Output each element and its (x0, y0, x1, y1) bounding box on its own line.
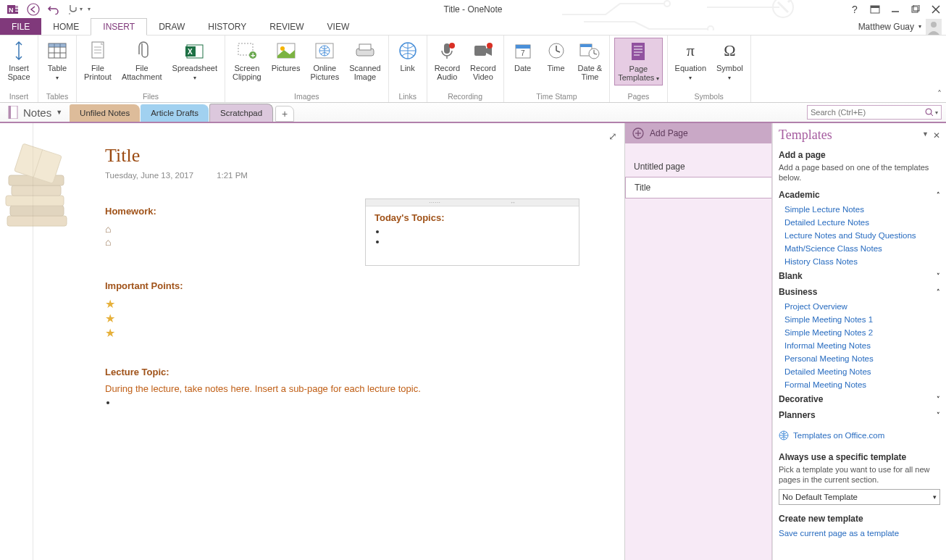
user-menu-chevron[interactable]: ▾ (918, 23, 921, 30)
file-attachment-button[interactable]: File Attachment (119, 38, 165, 83)
template-link[interactable]: Simple Meeting Notes 2 (784, 326, 940, 339)
svg-rect-10 (871, 6, 879, 8)
svg-text:7: 7 (521, 49, 525, 57)
template-link[interactable]: Lecture Notes and Study Questions (784, 229, 940, 242)
template-link[interactable]: Simple Lecture Notes (784, 203, 940, 216)
category-academic[interactable]: Academic ˄ (779, 187, 940, 203)
category-decorative[interactable]: Decorative ˅ (779, 391, 940, 407)
equation-button[interactable]: π Equation▾ (672, 38, 709, 84)
date-time-button[interactable]: Date & Time (575, 38, 606, 83)
category-blank[interactable]: Blank ˅ (779, 268, 940, 284)
page-item-title[interactable]: Title (625, 177, 771, 198)
svg-text:N: N (9, 7, 14, 14)
record-audio-button[interactable]: Record Audio (432, 38, 463, 83)
search-icon (925, 108, 934, 117)
expand-icon[interactable]: ⤢ (608, 130, 617, 142)
page-date: Tuesday, June 13, 2017 (105, 171, 193, 180)
minimize-button[interactable] (885, 1, 905, 17)
template-link[interactable]: Personal Meeting Notes (784, 352, 940, 365)
category-planners[interactable]: Planners ˅ (779, 407, 940, 423)
pane-close-icon[interactable]: ✕ (933, 130, 940, 141)
topics-bullets[interactable] (374, 226, 570, 246)
touch-mode-button[interactable]: ▾ (64, 1, 84, 17)
insert-space-button[interactable]: Insert Space (4, 38, 33, 83)
plus-circle-icon (632, 128, 644, 139)
avatar[interactable] (926, 19, 942, 35)
window-title: Title - OneNote (444, 4, 503, 14)
default-template-dropdown[interactable]: No Default Template ▾ (779, 489, 940, 505)
section-tab-scratchpad[interactable]: Scratchpad (209, 104, 273, 122)
symbol-button[interactable]: Ω Symbol▾ (713, 38, 746, 84)
pictures-button[interactable]: Pictures (269, 38, 304, 74)
svg-rect-39 (359, 44, 371, 50)
svg-point-64 (926, 109, 932, 114)
lecture-description: During the lecture, take notes here. Ins… (105, 383, 595, 394)
template-link[interactable]: Detailed Meeting Notes (784, 365, 940, 378)
time-button[interactable]: Time (542, 38, 571, 74)
svg-rect-44 (474, 46, 486, 56)
category-business[interactable]: Business ˄ (779, 284, 940, 300)
close-button[interactable] (926, 1, 946, 17)
chevron-down-icon: ▾ (933, 493, 937, 501)
scanned-image-button[interactable]: Scanned Image (346, 38, 383, 83)
collapse-ribbon-icon[interactable]: ˄ (937, 89, 942, 99)
table-button[interactable]: Table▾ (43, 38, 72, 84)
important-heading: Important Points: (105, 280, 595, 291)
template-link[interactable]: History Class Notes (784, 255, 940, 268)
add-page-button[interactable]: Add Page (625, 123, 771, 143)
tab-insert[interactable]: INSERT (91, 18, 147, 35)
save-as-template-link[interactable]: Save current page as a template (779, 527, 940, 540)
page-time: 1:21 PM (217, 171, 248, 180)
date-button[interactable]: 7 Date (508, 38, 537, 74)
svg-line-65 (931, 114, 933, 116)
template-link[interactable]: Math/Science Class Notes (784, 242, 940, 255)
svg-rect-57 (632, 43, 645, 60)
always-template-heading: Always use a specific template (779, 452, 940, 462)
undo-button[interactable] (43, 1, 64, 17)
online-pictures-button[interactable]: Online Pictures (307, 38, 342, 83)
page-item-untitled[interactable]: Untitled page (625, 156, 771, 177)
lecture-bullets[interactable] (105, 397, 595, 407)
screen-clipping-button[interactable]: + Screen Clipping (230, 38, 264, 83)
spreadsheet-button[interactable]: X Spreadsheet▾ (169, 38, 220, 84)
pane-options-icon[interactable]: ▼ (922, 130, 929, 141)
tab-file[interactable]: FILE (0, 18, 41, 35)
tab-history[interactable]: HISTORY (196, 18, 258, 35)
tab-review[interactable]: REVIEW (258, 18, 315, 35)
add-page-desc: Add a page based on one of the templates… (779, 162, 940, 183)
tab-draw[interactable]: DRAW (147, 18, 196, 35)
note-container[interactable]: ⋯⋯ ↔ Today's Topics: (365, 198, 579, 266)
help-icon[interactable]: ? (845, 1, 865, 17)
back-button[interactable] (23, 1, 43, 17)
record-video-button[interactable]: Record Video (467, 38, 498, 83)
office-templates-link[interactable]: Templates on Office.com (793, 429, 884, 442)
template-link[interactable]: Simple Meeting Notes 1 (784, 313, 940, 326)
file-printout-button[interactable]: File Printout (81, 38, 114, 83)
search-input[interactable]: ▾ (807, 105, 942, 120)
star-icon: ★ (105, 326, 595, 340)
svg-rect-12 (912, 7, 918, 12)
ribbon-display-icon[interactable] (865, 1, 885, 17)
page-title[interactable]: Title (105, 145, 595, 167)
notebook-selector[interactable]: Notes ▼ (7, 106, 70, 122)
container-handle[interactable]: ⋯⋯ ↔ (366, 199, 579, 206)
search-field[interactable] (811, 108, 925, 117)
section-tab-unfiled[interactable]: Unfiled Notes (70, 104, 140, 122)
template-link[interactable]: Formal Meeting Notes (784, 378, 940, 391)
maximize-button[interactable] (905, 1, 926, 17)
qat-customize[interactable]: ▾ (84, 1, 94, 17)
tab-view[interactable]: VIEW (316, 18, 361, 35)
template-link[interactable]: Informal Meeting Notes (784, 339, 940, 352)
template-link[interactable]: Detailed Lecture Notes (784, 216, 940, 229)
note-canvas[interactable]: ⤢ Title Tuesday, June 13, 2017 1:21 PM H… (0, 123, 625, 560)
books-decoration (1, 136, 74, 252)
page-templates-button[interactable]: Page Templates ▾ (614, 38, 662, 85)
user-name[interactable]: Matthew Guay (858, 22, 914, 32)
tab-home[interactable]: HOME (41, 18, 91, 35)
onenote-app-icon[interactable]: N (3, 1, 23, 17)
link-button[interactable]: Link (393, 38, 422, 74)
section-tab-drafts[interactable]: Article Drafts (141, 104, 209, 122)
svg-rect-63 (9, 106, 11, 119)
add-section-button[interactable]: + (275, 106, 294, 122)
template-link[interactable]: Project Overview (784, 300, 940, 313)
